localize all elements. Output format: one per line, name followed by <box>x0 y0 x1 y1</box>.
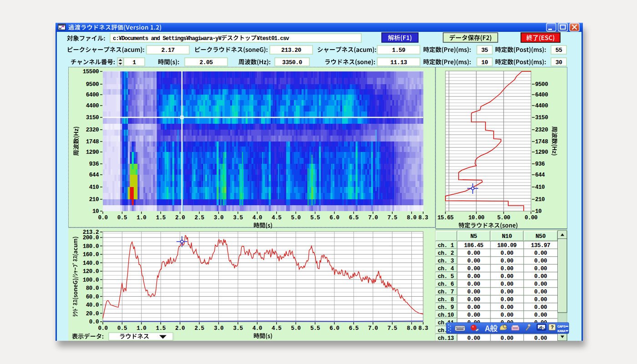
svg-text:0.00: 0.00 <box>534 258 547 264</box>
svg-text:0.00: 0.00 <box>467 297 480 303</box>
svg-text:0.00: 0.00 <box>500 281 513 288</box>
svg-text:6.5: 6.5 <box>349 215 359 221</box>
svg-text:213.20: 213.20 <box>281 47 302 54</box>
svg-text:8.0: 8.0 <box>407 325 416 332</box>
svg-text:ch. 9: ch. 9 <box>438 304 454 311</box>
svg-text:936: 936 <box>535 161 545 167</box>
svg-text:5.5: 5.5 <box>310 325 320 332</box>
svg-text:2.5: 2.5 <box>194 325 204 332</box>
svg-text:0.0: 0.0 <box>98 215 107 221</box>
svg-text:CAPS: CAPS <box>557 324 566 329</box>
svg-text:10: 10 <box>535 208 541 215</box>
svg-text:186.45: 186.45 <box>464 243 483 249</box>
svg-text:ch.10: ch.10 <box>438 312 454 318</box>
svg-text:135.97: 135.97 <box>531 243 550 249</box>
svg-text:KANA: KANA <box>557 329 566 333</box>
svg-text:3.0: 3.0 <box>214 325 223 332</box>
svg-text:210: 210 <box>89 197 99 203</box>
svg-text:ch. 7: ch. 7 <box>438 289 454 295</box>
svg-text:2.0: 2.0 <box>175 325 185 332</box>
svg-text:0.00: 0.00 <box>534 281 547 288</box>
svg-text:15500: 15500 <box>83 69 99 75</box>
svg-text:9500: 9500 <box>535 81 548 88</box>
svg-text:40.0: 40.0 <box>86 302 99 308</box>
svg-text:0.00: 0.00 <box>525 215 537 221</box>
svg-text:N10: N10 <box>502 233 512 240</box>
svg-text:0.00: 0.00 <box>500 258 513 264</box>
svg-text:6400: 6400 <box>86 92 99 98</box>
svg-text:0.00: 0.00 <box>467 289 480 295</box>
svg-text:1.0: 1.0 <box>136 215 146 221</box>
svg-text:0.00: 0.00 <box>467 258 480 264</box>
svg-text:1290: 1290 <box>86 149 99 156</box>
svg-text:80.0: 80.0 <box>86 285 99 292</box>
svg-text:0.00: 0.00 <box>500 273 513 280</box>
svg-text:0.5: 0.5 <box>117 215 127 221</box>
svg-text:160.0: 160.0 <box>83 252 99 258</box>
svg-text:1.5: 1.5 <box>156 325 166 332</box>
svg-text:3150: 3150 <box>535 115 548 121</box>
svg-text:2320: 2320 <box>86 127 99 133</box>
svg-text:ch. 8: ch. 8 <box>438 297 454 303</box>
svg-text:6400: 6400 <box>535 92 548 98</box>
svg-text:0.00: 0.00 <box>500 304 513 311</box>
svg-text:35: 35 <box>481 47 488 54</box>
svg-text:0.5: 0.5 <box>117 325 127 332</box>
svg-text:410: 410 <box>89 184 99 191</box>
svg-text:0.0: 0.0 <box>89 319 99 325</box>
svg-text:0.00: 0.00 <box>500 289 513 295</box>
svg-text:0.00: 0.00 <box>467 304 480 311</box>
svg-text:6.5: 6.5 <box>349 325 359 332</box>
svg-text:8.0: 8.0 <box>407 215 416 221</box>
svg-text:410: 410 <box>535 184 545 191</box>
svg-text:4.0: 4.0 <box>253 325 262 332</box>
svg-text:3350.0: 3350.0 <box>282 59 303 66</box>
svg-text:ch. 5: ch. 5 <box>438 273 454 280</box>
svg-text:5.0: 5.0 <box>291 215 301 221</box>
svg-text:30: 30 <box>556 59 562 66</box>
svg-text:8.3: 8.3 <box>418 325 428 332</box>
svg-text:120.0: 120.0 <box>83 268 99 275</box>
svg-text:0.00: 0.00 <box>467 250 480 257</box>
svg-text:6.0: 6.0 <box>329 215 339 221</box>
svg-text:2.5: 2.5 <box>194 215 204 221</box>
svg-text:11.13: 11.13 <box>390 59 407 66</box>
svg-text:1: 1 <box>132 59 136 66</box>
svg-text:ch.13: ch.13 <box>438 335 454 342</box>
svg-text:200.0: 200.0 <box>83 235 99 241</box>
svg-text:0.00: 0.00 <box>534 335 547 342</box>
svg-text:100.0: 100.0 <box>83 277 99 283</box>
svg-text:180.09: 180.09 <box>497 243 516 249</box>
svg-text:1748: 1748 <box>535 139 548 145</box>
svg-text:ch. 1: ch. 1 <box>438 243 454 249</box>
svg-text:ch. 4: ch. 4 <box>438 266 454 272</box>
svg-text:60.0: 60.0 <box>86 294 99 300</box>
svg-text:6.0: 6.0 <box>329 325 339 332</box>
svg-text:3.5: 3.5 <box>233 215 243 221</box>
svg-text:3150: 3150 <box>86 115 99 121</box>
svg-text:9500: 9500 <box>86 81 99 88</box>
svg-text:644: 644 <box>89 172 99 178</box>
svg-text:936: 936 <box>89 161 99 167</box>
svg-text:0.0: 0.0 <box>98 325 107 332</box>
svg-text:ch. 6: ch. 6 <box>438 281 454 288</box>
svg-text:644: 644 <box>535 172 545 178</box>
svg-text:0.00: 0.00 <box>534 289 547 295</box>
svg-text:0.00: 0.00 <box>500 250 513 257</box>
svg-text:4400: 4400 <box>86 103 99 109</box>
svg-text:0.00: 0.00 <box>500 335 513 342</box>
svg-text:5.00: 5.00 <box>497 215 510 221</box>
svg-text:¥test01.csv: ¥test01.csv <box>257 35 289 42</box>
svg-text:4.5: 4.5 <box>272 215 281 221</box>
svg-text:7.0: 7.0 <box>368 325 378 332</box>
svg-text:N5: N5 <box>470 233 477 240</box>
svg-text:ch. 2: ch. 2 <box>438 250 454 257</box>
svg-text:0.00: 0.00 <box>467 266 480 272</box>
svg-text:1.5: 1.5 <box>156 215 166 221</box>
svg-text:7.0: 7.0 <box>368 215 378 221</box>
svg-text:1.0: 1.0 <box>136 325 146 332</box>
svg-text:0.00: 0.00 <box>500 266 513 272</box>
svg-text:0.00: 0.00 <box>534 266 547 272</box>
svg-text:1748: 1748 <box>86 139 99 145</box>
svg-text:N50: N50 <box>536 233 546 240</box>
